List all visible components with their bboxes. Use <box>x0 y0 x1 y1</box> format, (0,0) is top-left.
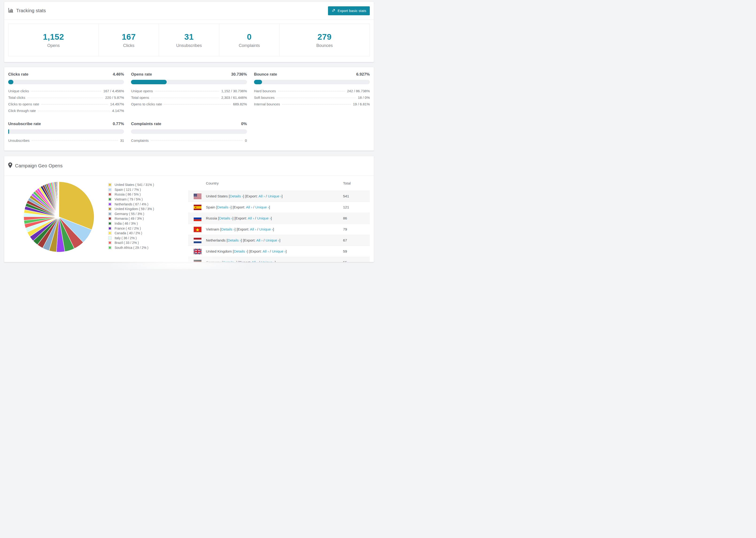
export-all-link-netherlands[interactable]: All › <box>256 238 263 242</box>
details-link-netherlands[interactable]: Details › <box>228 238 241 242</box>
metric-value: 19 / 6.81% <box>353 101 370 108</box>
metric-value: 2,303 / 61.446% <box>221 94 247 101</box>
export-unique-link-united-states[interactable]: Unique › <box>268 194 282 198</box>
legend-label: India ( 46 / 3% ) <box>115 222 138 225</box>
tracking-stats-page: Tracking stats Export basic stats 1,152O… <box>0 2 378 269</box>
stat-cell-unsubscribes: 31Unsubscribes <box>159 24 219 56</box>
country-cell: Spain [Details ›] [Export: All › / Uniqu… <box>188 202 343 213</box>
export-all-link-germany[interactable]: All › <box>252 260 258 262</box>
legend-swatch <box>108 241 112 244</box>
stat-value: 279 <box>317 32 332 41</box>
details-link-russia[interactable]: Details › <box>219 216 233 220</box>
details-link-vietnam[interactable]: Details › <box>221 227 235 231</box>
export-unique-link-russia[interactable]: Unique › <box>257 216 271 220</box>
legend-item-united-kingdom: United Kingdom ( 59 / 3% ) <box>108 207 188 211</box>
legend-swatch <box>108 198 112 201</box>
russia-flag-icon <box>194 216 201 221</box>
metric-value: 167 / 4.456% <box>103 88 124 94</box>
rate-title: Unsubscribe rate <box>8 122 41 126</box>
legend-item-canada: Canada ( 40 / 2% ) <box>108 231 188 236</box>
geo-body: United States ( 541 / 31% )Spain ( 121 /… <box>4 176 374 262</box>
country-name: Vietnam <box>206 227 219 231</box>
stat-value: 0 <box>247 32 252 41</box>
geo-pie-legend: United States ( 541 / 31% )Spain ( 121 /… <box>108 176 188 250</box>
legend-label: Netherlands ( 67 / 4% ) <box>115 202 148 206</box>
metric-row-hard-bounces: Hard bounces242 / 86.738% <box>254 88 370 94</box>
details-link-germany[interactable]: Details › <box>223 260 236 262</box>
geo-table-row-netherlands: Netherlands [Details ›] [Export: All › /… <box>188 235 370 246</box>
export-all-link-united-kingdom[interactable]: All › <box>262 249 269 253</box>
export-all-link-vietnam[interactable]: All › <box>250 227 256 231</box>
country-name: Spain <box>206 205 215 209</box>
total-cell: 121 <box>343 202 370 213</box>
export-all-link-united-states[interactable]: All › <box>258 194 265 198</box>
stat-cell-complaints: 0Complaints <box>219 24 279 56</box>
rate-header: Bounce rate6.927% <box>254 72 370 77</box>
metric-label: Unsubscribes <box>8 137 29 144</box>
netherlands-flag-icon <box>194 238 201 243</box>
spain-flag-icon <box>194 205 201 210</box>
progress-track <box>131 80 247 84</box>
details-link-spain[interactable]: Details › <box>217 205 231 209</box>
metric-label: Total clicks <box>8 94 26 101</box>
geo-table-row-vietnam: Vietnam [Details ›] [Export: All › / Uni… <box>188 224 370 235</box>
geo-card-header: Campaign Geo Opens <box>4 156 374 176</box>
legend-item-india: India ( 46 / 3% ) <box>108 221 188 226</box>
export-all-link-spain[interactable]: All › <box>246 205 252 209</box>
dotted-leader <box>151 140 243 141</box>
pie-slice-minor-29[interactable] <box>59 182 59 217</box>
metric-row-total-opens: Total opens2,303 / 61.446% <box>131 94 247 101</box>
legend-label: United Kingdom ( 59 / 3% ) <box>115 207 154 211</box>
stats-summary-row: 1,152Opens167Clicks31Unsubscribes0Compla… <box>8 24 370 56</box>
stat-label: Bounces <box>316 43 333 48</box>
legend-item-brazil: Brazil ( 33 / 2% ) <box>108 241 188 245</box>
total-cell: 79 <box>343 224 370 235</box>
rate-title: Clicks rate <box>8 72 28 77</box>
details-link-united-states[interactable]: Details › <box>230 194 243 198</box>
legend-label: Vietnam ( 79 / 5% ) <box>115 197 143 201</box>
legend-label: Brazil ( 33 / 2% ) <box>115 241 139 244</box>
geo-opens-table: Country Total United States [Details ›] … <box>188 176 370 262</box>
export-unique-link-vietnam[interactable]: Unique › <box>259 227 273 231</box>
export-unique-link-germany[interactable]: Unique › <box>261 260 275 262</box>
dotted-leader <box>32 140 118 141</box>
metric-value: 689.82% <box>233 101 247 108</box>
country-name: United States <box>206 194 228 198</box>
rate-value: 0% <box>241 122 247 126</box>
progress-fill <box>8 80 13 84</box>
stat-cell-bounces: 279Bounces <box>279 24 370 56</box>
legend-swatch <box>108 193 112 196</box>
tracking-stats-header: Tracking stats Export basic stats <box>4 2 374 20</box>
export-unique-link-spain[interactable]: Unique › <box>255 205 269 209</box>
legend-label: Canada ( 40 / 2% ) <box>115 231 142 235</box>
legend-label: South Africa ( 29 / 2% ) <box>115 246 148 249</box>
details-link-united-kingdom[interactable]: Details › <box>234 249 247 253</box>
stat-label: Unsubscribes <box>176 43 202 48</box>
rate-title: Complaints rate <box>131 122 161 126</box>
export-basic-stats-button[interactable]: Export basic stats <box>328 6 370 15</box>
total-column-header: Total <box>343 176 370 191</box>
legend-swatch <box>108 222 112 225</box>
rate-title: Opens rate <box>131 72 152 77</box>
country-name: United Kingdom <box>206 249 232 253</box>
geo-card-title: Campaign Geo Opens <box>8 162 63 169</box>
map-pin-icon <box>8 162 12 169</box>
dotted-leader <box>278 91 345 91</box>
geo-table-row-united-kingdom: United Kingdom [Details ›] [Export: All … <box>188 246 370 257</box>
metric-label: Click through rate <box>8 108 36 114</box>
export-unique-link-netherlands[interactable]: Unique › <box>266 238 279 242</box>
progress-track <box>8 80 124 84</box>
rate-value: 30.736% <box>231 72 247 77</box>
rate-title: Bounce rate <box>254 72 277 77</box>
metric-label: Internal bounces <box>254 101 280 108</box>
tracking-stats-card: Tracking stats Export basic stats 1,152O… <box>4 2 374 62</box>
rate-header: Clicks rate4.46% <box>8 72 124 77</box>
country-cell: United States [Details ›] [Export: All ›… <box>188 191 343 202</box>
legend-item-italy: Italy ( 36 / 2% ) <box>108 236 188 241</box>
export-unique-link-united-kingdom[interactable]: Unique › <box>272 249 286 253</box>
legend-swatch <box>108 183 112 187</box>
export-icon <box>332 9 336 13</box>
legend-label: Germany ( 55 / 3% ) <box>115 212 144 216</box>
export-button-label: Export basic stats <box>338 9 366 13</box>
export-all-link-russia[interactable]: All › <box>248 216 254 220</box>
